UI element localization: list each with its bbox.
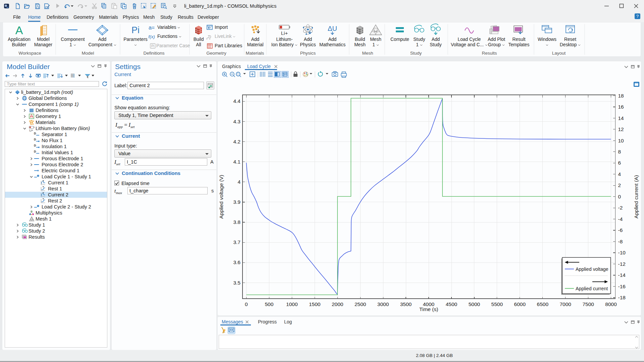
svg-text:-10: -10	[618, 250, 626, 255]
svg-text:ΔU: ΔU	[328, 25, 337, 32]
svg-text:1000: 1000	[286, 301, 298, 307]
svg-text:Time (s): Time (s)	[419, 306, 438, 312]
svg-text:4.4: 4.4	[233, 98, 240, 104]
svg-text:2000: 2000	[332, 301, 343, 307]
svg-text:D: D	[34, 138, 36, 141]
svg-text:0: 0	[618, 194, 621, 199]
svg-text:Li+: Li+	[281, 30, 288, 36]
svg-text:3.7: 3.7	[233, 239, 240, 245]
svg-text:-18: -18	[618, 295, 626, 300]
svg-text:4: 4	[237, 179, 240, 185]
svg-text:500: 500	[265, 301, 273, 307]
svg-text:a=: a=	[149, 25, 155, 31]
svg-text:12: 12	[618, 126, 624, 132]
svg-text:4: 4	[618, 171, 621, 177]
svg-text:8000: 8000	[605, 301, 617, 307]
svg-text:Applied current (A): Applied current (A)	[633, 175, 639, 218]
svg-text:D: D	[34, 144, 36, 147]
svg-text:1500: 1500	[309, 301, 321, 307]
svg-text:18: 18	[618, 93, 624, 99]
svg-text:Pi: Pi	[151, 44, 154, 48]
svg-text:Pi: Pi	[131, 25, 140, 35]
svg-text:6: 6	[618, 160, 621, 166]
svg-text:3.6: 3.6	[233, 259, 240, 265]
svg-text:3000: 3000	[377, 301, 389, 307]
svg-text:16: 16	[618, 104, 624, 110]
svg-text:3.8: 3.8	[233, 219, 240, 225]
svg-text:5000: 5000	[469, 301, 480, 307]
svg-text:Applied current: Applied current	[576, 286, 608, 291]
svg-text:4500: 4500	[446, 301, 458, 307]
svg-text:-12: -12	[618, 261, 626, 267]
svg-text:8: 8	[618, 149, 621, 155]
svg-text:-2: -2	[618, 205, 623, 210]
svg-text:4.1: 4.1	[233, 159, 240, 165]
svg-text:D: D	[34, 150, 36, 153]
svg-text:-16: -16	[618, 284, 626, 289]
svg-text:3500: 3500	[400, 301, 412, 307]
svg-text:D: D	[34, 132, 36, 135]
svg-text:4.3: 4.3	[233, 119, 240, 124]
svg-text:A: A	[15, 24, 23, 37]
svg-text:-8: -8	[618, 239, 623, 244]
svg-text:li_battery_1d.mph - COMSOL Mul: li_battery_1d.mph - COMSOL Multiphysics	[184, 3, 276, 9]
svg-text:Applied voltage (V): Applied voltage (V)	[218, 175, 224, 219]
svg-text:10: 10	[618, 138, 624, 143]
svg-text:3.9: 3.9	[233, 199, 240, 205]
svg-text:14: 14	[618, 115, 624, 121]
svg-text:2500: 2500	[355, 301, 366, 307]
svg-text:7000: 7000	[559, 301, 571, 307]
svg-text:-14: -14	[618, 272, 626, 278]
svg-text:4.2: 4.2	[233, 139, 240, 144]
svg-text:2: 2	[618, 182, 621, 188]
svg-text:0: 0	[245, 301, 248, 307]
svg-text:7500: 7500	[582, 301, 594, 307]
svg-text:3.5: 3.5	[233, 280, 240, 286]
svg-text:5500: 5500	[491, 301, 503, 307]
svg-text:6000: 6000	[514, 301, 526, 307]
svg-text:Li+: Li+	[30, 129, 34, 132]
svg-text:-4: -4	[618, 216, 623, 222]
svg-text:-6: -6	[618, 227, 623, 233]
svg-text:6500: 6500	[537, 301, 549, 307]
svg-text:Applied voltage: Applied voltage	[576, 266, 608, 272]
